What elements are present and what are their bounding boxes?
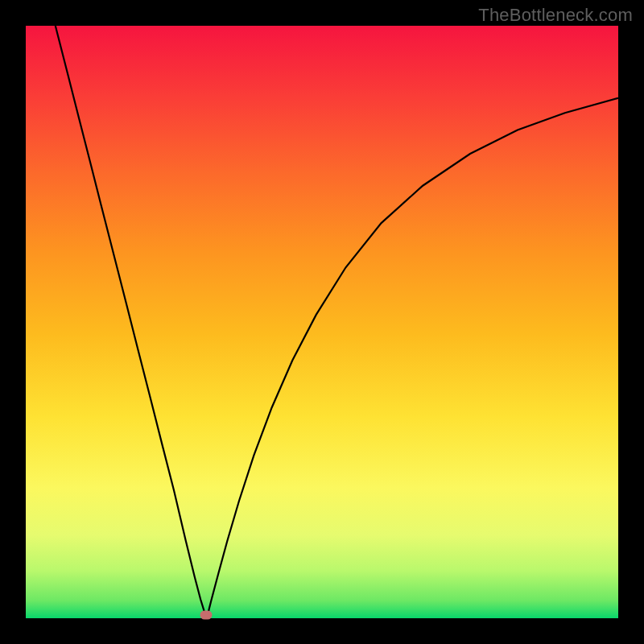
attribution-label: TheBottleneck.com (478, 5, 633, 26)
plot-area (26, 26, 618, 618)
bottleneck-curve (26, 26, 618, 618)
curve-path (56, 26, 618, 618)
minimum-marker (200, 611, 213, 620)
chart-frame: TheBottleneck.com (0, 0, 644, 644)
